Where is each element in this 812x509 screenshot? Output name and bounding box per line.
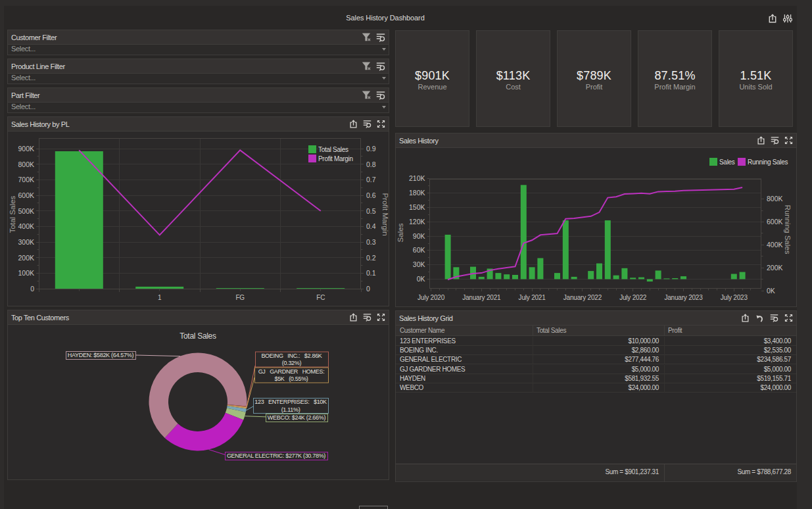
svg-text:Total Sales: Total Sales	[318, 146, 348, 153]
svg-text:90K: 90K	[413, 232, 425, 240]
svg-text:July 2022: July 2022	[619, 294, 647, 301]
svg-text:0K: 0K	[767, 287, 775, 295]
svg-text:FC: FC	[316, 294, 325, 301]
svg-text:400K: 400K	[18, 222, 34, 230]
svg-text:0.4: 0.4	[366, 222, 376, 230]
svg-text:July 2021: July 2021	[519, 294, 546, 301]
svg-text:0.5: 0.5	[366, 207, 376, 215]
svg-text:HAYDEN: $582K (64.57%): HAYDEN: $582K (64.57%)	[68, 352, 134, 358]
svg-text:GENERAL ELECTRIC: $277K (30.78: GENERAL ELECTRIC: $277K (30.78%)	[227, 452, 325, 459]
svg-text:120K: 120K	[409, 218, 425, 226]
svg-text:700K: 700K	[18, 176, 34, 183]
svg-text:BOEING INC.: $2.86K: BOEING INC.: $2.86K	[261, 352, 322, 359]
svg-text:(0.32%): (0.32%)	[282, 360, 302, 366]
svg-text:0: 0	[366, 285, 370, 293]
svg-text:0.8: 0.8	[366, 160, 376, 168]
svg-text:0.1: 0.1	[366, 269, 376, 277]
svg-text:900K: 900K	[18, 145, 34, 153]
svg-text:200K: 200K	[767, 264, 783, 272]
svg-text:200K: 200K	[18, 254, 34, 262]
svg-text:July 2020: July 2020	[418, 294, 445, 301]
svg-text:150K: 150K	[409, 203, 425, 211]
svg-text:0.6: 0.6	[366, 191, 376, 199]
svg-text:0.2: 0.2	[366, 254, 376, 262]
svg-text:1: 1	[158, 294, 162, 301]
svg-text:0.9: 0.9	[366, 145, 376, 153]
svg-text:180K: 180K	[409, 189, 425, 197]
svg-text:January 2023: January 2023	[664, 294, 703, 301]
svg-text:400K: 400K	[767, 241, 783, 249]
svg-text:FG: FG	[235, 294, 245, 301]
svg-text:800K: 800K	[18, 160, 34, 168]
svg-text:60K: 60K	[413, 246, 425, 254]
svg-text:Profit Margin: Profit Margin	[381, 193, 389, 235]
svg-text:Running Sales: Running Sales	[748, 158, 788, 166]
svg-text:0K: 0K	[417, 275, 425, 283]
svg-text:$5K (0.55%): $5K (0.55%)	[274, 376, 308, 382]
svg-text:100K: 100K	[18, 269, 34, 277]
svg-text:(1.11%): (1.11%)	[281, 406, 300, 413]
svg-text:July 2023: July 2023	[721, 294, 748, 301]
svg-text:30K: 30K	[413, 260, 425, 268]
svg-text:123 ENTERPRISES: $10K: 123 ENTERPRISES: $10K	[254, 399, 327, 405]
svg-text:WEBCO: $24K (2.66%): WEBCO: $24K (2.66%)	[268, 414, 326, 421]
svg-text:800K: 800K	[767, 195, 783, 203]
svg-text:Total Sales: Total Sales	[179, 331, 216, 341]
svg-text:Total Sales: Total Sales	[9, 196, 16, 233]
svg-text:0: 0	[30, 285, 34, 293]
svg-text:0.3: 0.3	[366, 238, 376, 246]
svg-text:600K: 600K	[18, 191, 34, 199]
svg-text:500K: 500K	[18, 207, 34, 215]
svg-text:Profit Margin: Profit Margin	[318, 155, 353, 162]
svg-text:Running Sales: Running Sales	[784, 205, 792, 254]
svg-text:0.7: 0.7	[366, 176, 376, 183]
svg-text:January 2022: January 2022	[563, 294, 602, 301]
svg-text:GJ GARDNER HOMES:: GJ GARDNER HOMES:	[258, 368, 325, 375]
svg-text:January 2021: January 2021	[462, 294, 501, 301]
svg-text:Sales: Sales	[396, 223, 404, 242]
svg-text:600K: 600K	[767, 218, 783, 226]
svg-text:210K: 210K	[409, 174, 425, 182]
svg-text:Sales: Sales	[719, 158, 735, 166]
svg-text:300K: 300K	[18, 238, 34, 246]
